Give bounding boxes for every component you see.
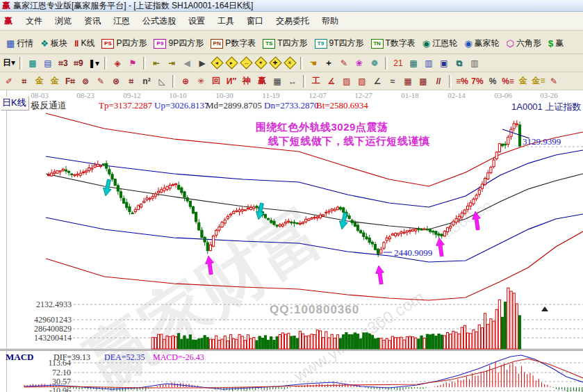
ruler2-icon[interactable]: ⌗ [124,74,138,88]
star-jump-icon[interactable]: ✶ [254,56,267,69]
indicator-name[interactable]: 极反通道 [31,99,67,112]
brush-icon[interactable]: ✐ [2,74,16,88]
time-grid-icon[interactable]: ▩ [416,74,430,88]
menu-item[interactable]: 工具 [211,13,240,29]
width-measure-icon[interactable]: ↔ [286,74,299,88]
sectors-button[interactable]: ❖板块 [38,37,69,50]
go-last-icon[interactable]: ⇥ [165,56,179,70]
date-tick: 10-30 [215,91,233,99]
chart-area[interactable]: 赢家财富www.yingjia360.comia360.co 08-0308-2… [0,90,583,392]
golden-circle-icon[interactable]: 金 [33,74,47,88]
grid-123-icon[interactable]: ▦ [270,74,284,88]
report-icon[interactable]: ▤ [41,56,55,70]
date-tick: 12-07 [309,91,327,99]
menu-item[interactable]: 交易委托 [270,13,315,29]
t-square-button[interactable]: TST四方形 [261,37,309,50]
annotation-line1: 围绕红色外轨线3029点震荡 [256,121,388,134]
go-first-icon[interactable]: ⇤ [149,56,163,70]
service-button[interactable]: $赢 [546,37,566,50]
draw-tool-icon[interactable]: ✎ [337,56,351,70]
window-title: 赢家江恩专业版[赢家服务平台] - [上证指数 SH1A0001-164日K线] [13,0,253,12]
window-switch-icon[interactable]: ◈ [110,56,124,70]
t-table-button[interactable]: TNT数字表 [369,37,418,50]
toolbar-separator [104,57,107,70]
period-day-icon[interactable]: 日▾ [2,56,16,70]
macd-hist-value: MACD=-26.43 [153,352,204,363]
notes-icon[interactable]: ▥ [422,56,436,70]
fibo-f-icon[interactable]: F⌗ [63,74,77,88]
menu-item[interactable]: 公式选股 [136,13,182,29]
calendar-icon[interactable]: 21 [391,56,405,70]
zigzag-icon[interactable]: ≈ [386,74,400,88]
gann-box-icon[interactable]: ▨ [340,74,354,88]
percent-levels-icon[interactable]: ≡% [455,74,469,88]
print-icon[interactable]: ▥ [468,56,482,70]
multi-window-icon[interactable]: ▩ [26,56,40,70]
brush2-icon[interactable]: ✎ [547,74,561,88]
angle-lines-icon[interactable]: ∠ [370,74,384,88]
parallel-lines-icon[interactable]: // [432,74,445,88]
spiral-icon[interactable]: ⊚ [79,74,92,88]
gold-circle2-icon[interactable]: 金 [516,74,530,88]
gann-ruler-icon[interactable]: ⌗ [17,74,31,88]
menu-item[interactable]: 江恩 [107,13,136,29]
jump-left-icon[interactable]: ◂ [211,56,223,69]
hexagon-button[interactable]: ⬡六角形 [504,37,543,50]
pen2-icon[interactable]: ✎ [94,74,108,88]
transfer-icon[interactable]: ⧉ [452,56,466,70]
winner-wheel-button[interactable]: ◉赢家轮 [462,37,501,50]
9t-square-button[interactable]: T99T四方形 [313,37,366,50]
gann-square-icon[interactable]: ▧ [355,74,369,88]
target-icon[interactable]: ⊕ [179,74,192,88]
date-tick: 02-14 [447,91,466,99]
golden-section-icon[interactable]: 金 [48,74,62,88]
crosshair-tool-icon[interactable]: ＋ [322,56,336,70]
gold-lines-icon[interactable]: 金≡ [532,74,545,88]
win-tool-icon[interactable]: 赢 [255,74,269,88]
next-bar-icon[interactable]: ▶ [195,56,209,70]
menu-item[interactable]: 帮助 [315,13,345,29]
smart-tool-icon[interactable]: ❁ [368,56,381,70]
prev-bar-icon[interactable]: ◀ [180,56,194,70]
sell-arrow-icon [101,179,113,197]
menu-item[interactable]: 设置 [182,13,211,29]
angle-ruler-icon[interactable]: ◺ [155,74,169,88]
square-spiral-icon[interactable]: 回 [209,74,223,88]
channel-tool-icon[interactable]: 工 [309,74,323,88]
candle-style-icon[interactable]: ❚▾ [87,56,101,70]
percent-icon[interactable]: % [486,74,500,88]
cycle-ruler-icon[interactable]: ⊛ [109,74,123,88]
menu-item[interactable]: 资讯 [78,13,107,29]
p-table-button[interactable]: PNP数字表 [208,37,258,50]
calculator-icon[interactable]: ▦ [407,56,420,70]
menu-item[interactable]: 浏览 [49,13,78,29]
wave-mark-icon[interactable]: И″ [224,74,238,88]
burst-mark-icon[interactable]: ✳ [284,56,296,69]
p-square-button[interactable]: PSP四方形 [99,37,149,50]
hand-tool-icon[interactable]: ☚ [306,56,320,70]
menu-item[interactable]: 窗口 [240,13,270,29]
small-chart-3-icon[interactable]: ⌗3 [56,56,70,70]
star-burst-icon[interactable]: ✳ [194,74,208,88]
last-price-label: 3129.9399 [523,136,561,147]
9p-square-button[interactable]: P99P四方形 [151,37,206,50]
date-tick: 08-23 [76,91,95,99]
kline-button[interactable]: ‖K线 [72,37,97,50]
shen-tool-icon[interactable]: 神 [240,74,254,88]
gann-fan-icon[interactable]: ∡ [325,74,338,88]
tab-daily-kline[interactable]: 日K线 [1,97,29,111]
menu-item[interactable]: 文件 [19,13,49,29]
flag-mark-icon[interactable]: ⚑ [126,56,140,70]
quotes-button[interactable]: ▦行情 [4,37,35,50]
percent-lines-icon[interactable]: %≡ [501,74,515,88]
percent-7-icon[interactable]: 7% [470,74,484,88]
small-chart-9-icon[interactable]: ⌗9 [72,56,85,70]
gann-wheel-button[interactable]: ◉江恩轮 [420,37,459,50]
jump-right-icon[interactable]: ▸ [225,56,238,69]
price-grid-icon[interactable]: ▦ [401,74,415,88]
add-mark-icon[interactable]: ✚ [269,56,281,69]
n-square-icon[interactable]: n² [140,74,154,88]
flower-tool-icon[interactable]: ❀ [352,56,366,70]
save-icon[interactable]: ▣ [437,56,451,70]
expand-icon[interactable]: ↔ [240,56,252,69]
